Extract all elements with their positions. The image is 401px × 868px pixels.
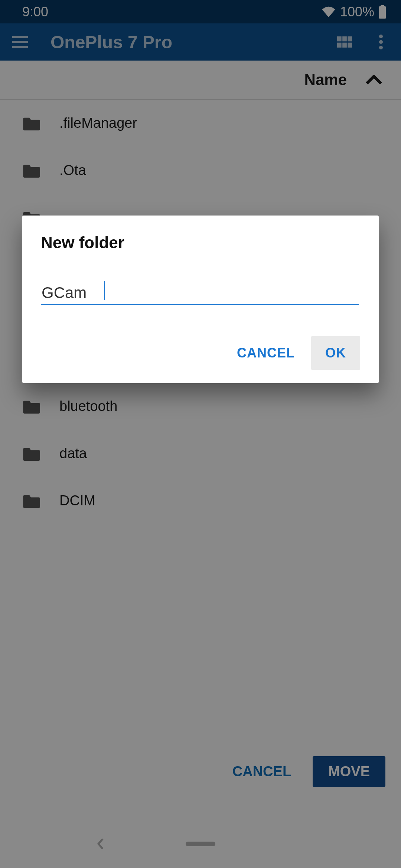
dialog-cancel-button[interactable]: CANCEL — [237, 345, 295, 361]
modal-scrim[interactable] — [0, 0, 401, 868]
text-cursor — [104, 281, 105, 300]
folder-name-input[interactable] — [41, 282, 359, 305]
new-folder-dialog: New folder CANCEL OK — [22, 216, 379, 383]
dialog-ok-button[interactable]: OK — [311, 336, 360, 370]
dialog-actions: CANCEL OK — [41, 336, 360, 370]
dialog-input-wrap — [41, 282, 360, 305]
dialog-title: New folder — [41, 233, 360, 252]
